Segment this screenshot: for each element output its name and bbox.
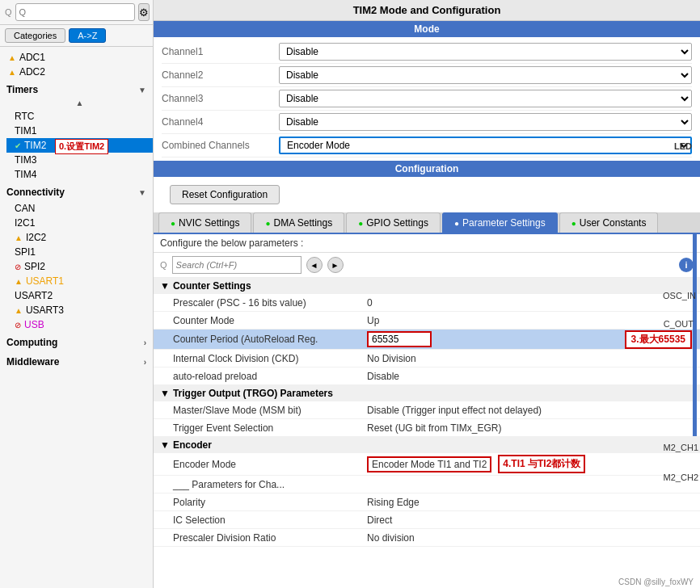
collapse-arrow[interactable]: ▲ — [76, 99, 84, 107]
channel3-select[interactable]: Disable — [279, 90, 692, 107]
param-auto-reload: auto-reload preload Disable — [154, 368, 700, 385]
sidebar: Q ⚙ Categories A->Z ▲ ADC1 ▲ ADC2 Timers… — [0, 0, 154, 588]
sidebar-item-label: USB — [24, 319, 44, 330]
watermark: CSDN @silly_foxWY — [618, 578, 694, 586]
search-prev-button[interactable]: ◄ — [306, 257, 323, 273]
sidebar-item-i2c2[interactable]: ▲ I2C2 — [6, 230, 153, 245]
sidebar-item-usart3[interactable]: ▲ USART3 — [6, 303, 153, 317]
param-name: Master/Slave Mode (MSM bit) — [173, 405, 367, 416]
main-title: TIM2 Mode and Configuration — [154, 0, 700, 21]
combined-channels-label: Combined Channels — [162, 140, 279, 151]
right-label-osc-in: OSC_IN — [663, 291, 696, 300]
tab-nvic[interactable]: ● NVIC Settings — [158, 212, 251, 233]
encoder-group[interactable]: ▼ Encoder — [154, 437, 700, 453]
param-master-slave: Master/Slave Mode (MSM bit) Disable (Tri… — [154, 401, 700, 419]
param-name: Prescaler (PSC - 16 bits value) — [173, 297, 367, 309]
sidebar-item-label: USART1 — [26, 275, 64, 287]
sidebar-item-tim3[interactable]: TIM3 — [6, 153, 153, 167]
sidebar-item-label: I2C1 — [15, 217, 35, 229]
sidebar-item-usb[interactable]: ⊘ USB — [6, 317, 153, 332]
reset-config-button[interactable]: Reset Configuration — [170, 185, 280, 204]
channel1-select[interactable]: Disable — [279, 43, 692, 61]
connectivity-sub-items: CAN I2C1 ▲ I2C2 SPI1 ⊘ SPI2 ▲ USART1 USA… — [0, 201, 153, 332]
section-connectivity[interactable]: Connectivity ▼ — [0, 183, 153, 201]
sidebar-item-label: TIM1 — [15, 125, 36, 136]
param-encoder-mode: Encoder Mode Encoder Mode TI1 and TI2 4.… — [154, 453, 700, 476]
param-prescaler: Prescaler (PSC - 16 bits value) 0 — [154, 294, 700, 312]
channel1-label: Channel1 — [162, 46, 279, 57]
tab-dot-icon: ● — [171, 219, 175, 228]
error-icon: ⊘ — [15, 262, 21, 271]
sidebar-item-tim1[interactable]: TIM1 — [6, 124, 153, 138]
categories-tab[interactable]: Categories — [5, 28, 65, 43]
sidebar-item-label: TIM3 — [15, 154, 36, 166]
combined-channels-select[interactable]: Encoder Mode — [279, 136, 692, 154]
channel4-select[interactable]: Disable — [279, 113, 692, 131]
channel3-row: Channel3 Disable — [162, 87, 692, 111]
section-middleware[interactable]: Middleware › — [0, 353, 153, 371]
section-label: Connectivity — [6, 187, 65, 198]
gear-button[interactable]: ⚙ — [138, 3, 150, 21]
param-value: Disable (Trigger input effect not delaye… — [367, 405, 694, 416]
sidebar-item-spi1[interactable]: SPI1 — [6, 245, 153, 259]
chevron-right-icon: › — [144, 338, 146, 347]
mode-section-label: Mode — [154, 21, 700, 37]
config-tabs: ● NVIC Settings ● DMA Settings ● GPIO Se… — [154, 212, 700, 234]
tab-parameter[interactable]: ● Parameter Settings — [442, 212, 558, 233]
sidebar-item-usart1[interactable]: ▲ USART1 — [6, 274, 153, 288]
sidebar-item-adc2[interactable]: ▲ ADC2 — [0, 65, 153, 79]
param-counter-period: Counter Period (AutoReload Reg. 65535 3.… — [154, 330, 700, 350]
search-next-button[interactable]: ► — [327, 257, 344, 273]
tab-user-constants[interactable]: ● User Constants — [559, 212, 659, 233]
info-icon: i — [679, 258, 694, 272]
sidebar-item-adc1[interactable]: ▲ ADC1 — [0, 50, 153, 65]
param-ic-selection: IC Selection Direct — [154, 511, 700, 529]
param-search-input[interactable] — [172, 256, 302, 274]
sidebar-content: ▲ ADC1 ▲ ADC2 Timers ▼ ▲ RTC TIM1 ✔ — [0, 47, 153, 588]
param-value: No Division — [367, 353, 694, 364]
tab-label: NVIC Settings — [179, 217, 239, 229]
annotation-4-label: 4.TI1 与TI2都计数 — [498, 455, 585, 473]
param-value: Disable — [367, 371, 694, 382]
sidebar-item-spi2[interactable]: ⊘ SPI2 — [6, 259, 153, 274]
reset-area: Reset Configuration — [154, 177, 700, 212]
param-name: Counter Period (AutoReload Reg. — [173, 334, 367, 345]
sidebar-item-label: CAN — [15, 203, 35, 214]
search-icon: Q — [5, 7, 12, 17]
combined-channels-row: Combined Channels Encoder Mode 1.设置编码器模式 — [162, 134, 692, 158]
section-computing[interactable]: Computing › — [0, 334, 153, 351]
timers-sub-items: ▲ RTC TIM1 ✔ TIM2 0.设置TIM2 TIM3 TIM4 — [0, 99, 153, 182]
channel3-label: Channel3 — [162, 93, 279, 104]
trigger-output-group[interactable]: ▼ Trigger Output (TRGO) Parameters — [154, 385, 700, 401]
tab-dma[interactable]: ● DMA Settings — [253, 212, 344, 233]
warning-icon: ▲ — [8, 68, 16, 77]
warning-icon: ▲ — [15, 233, 23, 242]
encoder-mode-value: Encoder Mode TI1 and TI2 — [367, 456, 491, 472]
sidebar-item-rtc[interactable]: RTC — [6, 109, 153, 124]
warning-icon: ▲ — [15, 277, 23, 286]
section-timers[interactable]: Timers ▼ — [0, 81, 153, 99]
group-label: Trigger Output (TRGO) Parameters — [173, 388, 333, 399]
counter-settings-group[interactable]: ▼ Counter Settings — [154, 278, 700, 294]
param-value-input[interactable]: 65535 — [367, 331, 432, 347]
chevron-right-icon: › — [144, 358, 146, 367]
tab-dot-icon: ● — [454, 219, 459, 228]
chevron-down-icon: ▼ — [160, 280, 170, 292]
vertical-bar — [693, 234, 697, 436]
param-trigger-event: Trigger Event Selection Reset (UG bit fr… — [154, 419, 700, 437]
sidebar-item-tim4[interactable]: TIM4 — [6, 167, 153, 182]
param-prescaler-division: Prescaler Division Ratio No division — [154, 529, 700, 547]
channel2-select[interactable]: Disable — [279, 66, 692, 84]
arrow-prev-icon: ◄ — [310, 261, 318, 270]
param-name: ___ Parameters for Cha... — [173, 479, 367, 490]
tab-gpio[interactable]: ● GPIO Settings — [346, 212, 441, 233]
az-tab[interactable]: A->Z — [69, 28, 106, 43]
sidebar-item-i2c1[interactable]: I2C1 — [6, 216, 153, 230]
sidebar-item-can[interactable]: CAN — [6, 201, 153, 216]
param-name: IC Selection — [173, 514, 367, 526]
sidebar-item-label: RTC — [15, 111, 34, 122]
param-configure-label: Configure the below parameters : — [154, 234, 700, 253]
param-value: No division — [367, 532, 694, 544]
sidebar-item-usart2[interactable]: USART2 — [6, 288, 153, 303]
search-input[interactable] — [15, 3, 135, 21]
